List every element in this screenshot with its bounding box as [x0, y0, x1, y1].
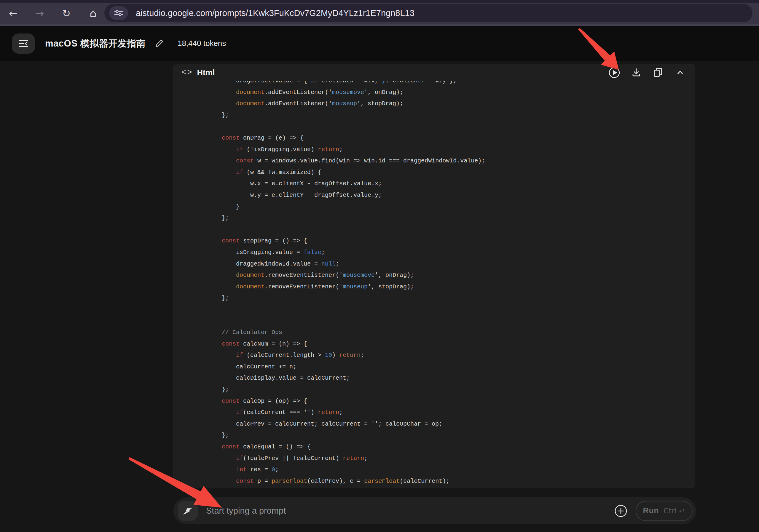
tab-strip	[0, 0, 759, 3]
chevron-up-icon	[674, 67, 686, 78]
code-line: if (!isDragging.value) return;	[222, 144, 695, 156]
code-line: dragOffset.value = { x: e.clientX - w.x,…	[222, 81, 695, 87]
url-text: aistudio.google.com/prompts/1Kwk3FuKcDv7…	[136, 8, 415, 18]
code-line: calcCurrent += n;	[222, 361, 695, 373]
download-button[interactable]	[630, 66, 643, 79]
code-scroll-area[interactable]: dragOffset.value = { x: e.clientX - w.x,…	[173, 81, 695, 488]
code-line: };	[222, 384, 695, 396]
code-line: document.removeEventListener('mousemove'…	[222, 270, 695, 281]
run-button[interactable]: Run Ctrl ↵	[636, 501, 693, 521]
code-line	[222, 315, 695, 327]
prompt-bar: Run Ctrl ↵	[174, 497, 696, 524]
play-icon	[608, 66, 620, 79]
back-icon: ←	[9, 7, 18, 19]
page-title: macOS 模拟器开发指南	[45, 37, 145, 50]
copy-button[interactable]	[652, 66, 665, 79]
code-line: const p = parseFloat(calcPrev), c = pars…	[222, 476, 695, 487]
code-icon: <>	[181, 68, 193, 77]
code-line: const calcEqual = () => {	[222, 441, 695, 453]
code-line: calcDisplay.value = calcCurrent;	[222, 372, 695, 384]
tune-icon	[114, 10, 123, 16]
code-line: isDragging.value = false;	[222, 247, 695, 258]
code-language-label: Html	[197, 68, 215, 77]
token-count: 18,440 tokens	[178, 39, 226, 48]
code-line: const w = windows.value.find(win => win.…	[222, 155, 695, 167]
code-line: const calcOp = (op) => {	[222, 396, 695, 407]
code-line: let res = 0;	[222, 464, 695, 476]
code-line: if (w && !w.maximized) {	[222, 167, 695, 178]
reload-button[interactable]: ↻	[60, 7, 73, 20]
screen: ← → ↻ ⌂ aistudio.google.com/prompts/1Kwk…	[0, 0, 759, 532]
app-header: macOS 模拟器开发指南 18,440 tokens	[0, 26, 759, 61]
toolbar-bottom-strip	[0, 24, 759, 26]
home-button[interactable]: ⌂	[87, 7, 100, 20]
code-line	[222, 304, 695, 316]
run-code-button[interactable]	[608, 66, 621, 79]
edit-title-button[interactable]	[153, 37, 166, 50]
run-label: Run	[643, 506, 659, 515]
browser-bar: ← → ↻ ⌂ aistudio.google.com/prompts/1Kwk…	[0, 0, 759, 26]
code-line: };	[222, 110, 695, 121]
sidebar-toggle-button[interactable]	[12, 33, 35, 54]
forward-button[interactable]: →	[33, 7, 46, 20]
forward-icon: →	[36, 7, 44, 19]
copy-icon	[652, 67, 664, 79]
code-content: dragOffset.value = { x: e.clientX - w.x,…	[222, 81, 695, 487]
code-line: calcPrev = calcCurrent; calcCurrent = ''…	[222, 418, 695, 430]
code-line: draggedWindowId.value = null;	[222, 258, 695, 270]
code-line: // Calculator Ops	[222, 327, 695, 338]
code-line: w.y = e.clientY - dragOffset.value.y;	[222, 190, 695, 201]
code-line	[222, 224, 695, 236]
collapse-code-button[interactable]	[674, 66, 687, 79]
home-icon: ⌂	[90, 7, 97, 20]
code-line: document.addEventListener('mousemove', o…	[222, 87, 695, 98]
pen-off-icon	[182, 506, 193, 516]
site-info-chip[interactable]	[109, 6, 128, 20]
code-line	[222, 121, 695, 133]
reload-icon: ↻	[62, 7, 71, 19]
code-line: };	[222, 292, 695, 304]
code-line: };	[222, 430, 695, 441]
plus-icon	[614, 504, 628, 518]
code-line: const calcNum = (n) => {	[222, 338, 695, 350]
add-media-button[interactable]	[614, 504, 628, 518]
drawing-toggle-button[interactable]	[178, 501, 198, 521]
code-line: w.x = e.clientX - dragOffset.value.x;	[222, 178, 695, 190]
code-panel: <> Html	[173, 64, 695, 488]
code-line: if (calcCurrent.length > 10) return;	[222, 350, 695, 361]
code-panel-header: <> Html	[173, 64, 695, 81]
code-line: document.removeEventListener('mouseup', …	[222, 281, 695, 293]
pencil-icon	[154, 39, 164, 48]
code-line: if(!calcPrev || !calcCurrent) return;	[222, 453, 695, 464]
code-line: const stopDrag = () => {	[222, 235, 695, 247]
omnibox[interactable]: aistudio.google.com/prompts/1Kwk3FuKcDv7…	[104, 4, 752, 22]
code-line: if(calcCurrent === '') return;	[222, 407, 695, 418]
collapse-panel-icon	[19, 39, 28, 48]
prompt-input[interactable]	[206, 506, 614, 516]
code-line: }	[222, 201, 695, 213]
back-button[interactable]: ←	[7, 7, 20, 20]
run-shortcut: Ctrl ↵	[663, 507, 685, 515]
download-icon	[630, 67, 642, 79]
code-line: document.addEventListener('mouseup', sto…	[222, 98, 695, 110]
code-line: };	[222, 212, 695, 224]
code-line: const onDrag = (e) => {	[222, 133, 695, 144]
